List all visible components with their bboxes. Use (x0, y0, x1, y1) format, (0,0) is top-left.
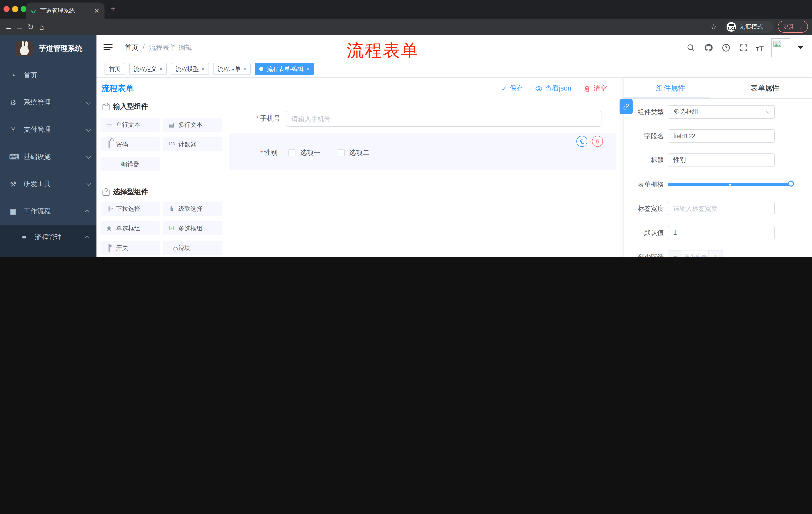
view-tab-process-model[interactable]: 流程模型 × (171, 63, 209, 75)
gender-option2-checkbox[interactable] (338, 150, 345, 156)
gender-option1-label[interactable]: 选项一 (300, 148, 321, 157)
bookmark-star-icon[interactable]: ☆ (710, 23, 717, 31)
palette-item-counter[interactable]: 123计数器 (163, 137, 222, 152)
reload-icon[interactable]: ↻ (25, 22, 36, 31)
logo-avatar (16, 41, 33, 56)
collapse-sidebar-icon[interactable] (104, 44, 113, 51)
sidebar-item-process-form[interactable]: ✎ 流程表单 (0, 250, 96, 257)
form-grid-slider[interactable] (668, 178, 792, 191)
switch-icon (106, 245, 113, 251)
palette-item-cascader[interactable]: ⋔级联选择 (163, 202, 222, 216)
breadcrumb: 首页 / 流程表单-编辑 (125, 43, 192, 52)
min-select-input[interactable] (683, 250, 708, 257)
link-icon (622, 103, 630, 110)
search-icon[interactable] (686, 43, 696, 53)
textarea-icon: ▤ (168, 122, 175, 128)
palette-item-slider[interactable]: 滑块 (163, 241, 222, 255)
update-label: 更新 (783, 22, 795, 31)
palette-item-single-text[interactable]: ▭单行文本 (100, 118, 160, 132)
sidebar-item-payment[interactable]: ¥ 支付管理 (0, 116, 96, 143)
tab-form-props[interactable]: 表单属性 (718, 78, 812, 99)
page-title: 流程表单 (102, 83, 134, 94)
gender-option2-label[interactable]: 选项二 (349, 148, 370, 157)
incognito-label: 无痕模式 (739, 22, 763, 31)
help-icon[interactable] (721, 43, 731, 53)
breadcrumb-current: 流程表单-编辑 (149, 43, 192, 52)
component-type-select[interactable]: 多选框组 (668, 105, 775, 119)
browser-menu-icon[interactable]: ⋮ (798, 23, 803, 30)
palette-item-editor[interactable]: 编辑器 (100, 157, 160, 171)
gender-field-row: * 性别 选项一 选项二 (260, 148, 370, 157)
tab-close-icon[interactable]: ✕ (93, 7, 100, 14)
palette-item-multi-text[interactable]: ▤多行文本 (163, 118, 222, 132)
phone-input[interactable] (286, 111, 602, 127)
close-icon[interactable]: × (201, 66, 204, 72)
view-tab-process-definition[interactable]: 流程定义 × (129, 63, 167, 75)
label-width-input[interactable] (668, 202, 775, 215)
eye-icon (535, 85, 543, 92)
breadcrumb-home[interactable]: 首页 (125, 43, 138, 52)
sidebar-item-process-manage[interactable]: ≡ 流程管理 (0, 225, 96, 250)
fullscreen-icon[interactable] (738, 43, 749, 53)
save-button[interactable]: ✓ 保存 (501, 84, 523, 93)
sidebar: 芋道管理系统 ◔ 首页 ⚙ 系统管理 ¥ 支付管理 ⌨ 基础设施 ⚒ 研发工具 … (0, 35, 96, 257)
chevron-down-icon (86, 154, 91, 159)
browser-tab[interactable]: 芋道管理系统 ✕ (26, 2, 105, 19)
close-icon[interactable]: × (159, 66, 163, 72)
phone-field-row[interactable]: *手机号 (227, 111, 623, 127)
window-close-button[interactable] (3, 6, 9, 12)
view-tab-process-form-edit[interactable]: 流程表单-编辑 × (255, 63, 314, 75)
palette-item-checkbox-group[interactable]: ☑多选框组 (163, 221, 222, 235)
workflow-icon: ▣ (9, 207, 17, 215)
slider-mark (729, 184, 731, 185)
font-size-icon[interactable]: TT (756, 44, 764, 52)
plus-icon[interactable]: + (708, 250, 723, 257)
new-tab-button[interactable]: + (111, 4, 116, 14)
cascader-icon: ⋔ (168, 206, 175, 212)
back-icon[interactable]: ← (3, 23, 14, 31)
forward-icon[interactable]: → (14, 23, 25, 31)
sidebar-item-workflow[interactable]: ▣ 工作流程 (0, 198, 96, 225)
process-manage-icon: ≡ (20, 233, 28, 241)
selected-component-block[interactable]: * 性别 选项一 选项二 (229, 133, 616, 170)
tab-component-props[interactable]: 组件属性 (624, 78, 718, 99)
form-grid-row: 表单栅格 (624, 178, 812, 191)
minus-icon[interactable]: − (668, 250, 683, 257)
sidebar-item-devtools[interactable]: ⚒ 研发工具 (0, 170, 96, 198)
title-input[interactable] (668, 154, 775, 167)
avatar[interactable] (771, 38, 790, 57)
workflow-submenu: ≡ 流程管理 ✎ 流程表单 ☻ 用户分组 ✈ 流程模型 ⋔ 任务管理 (0, 225, 96, 257)
sidebar-item-home[interactable]: ◔ 首页 (0, 62, 96, 89)
property-panel-tabs: 组件属性 表单属性 (624, 78, 812, 99)
palette-item-switch[interactable]: 开关 (100, 241, 160, 255)
view-tab-process-form[interactable]: 流程表单 × (213, 63, 251, 75)
view-json-button[interactable]: 查看json (535, 84, 571, 93)
browser-tab-title: 芋道管理系统 (40, 7, 93, 14)
puzzle-icon (103, 103, 110, 110)
delete-component-button[interactable] (592, 136, 603, 147)
panel-affix-toggle[interactable] (619, 99, 633, 114)
palette-item-radio-group[interactable]: ◉单选框组 (100, 221, 160, 235)
window-zoom-button[interactable] (21, 6, 27, 12)
gender-option1-checkbox[interactable] (289, 150, 296, 156)
window-minimize-button[interactable] (12, 6, 18, 12)
palette-item-select[interactable]: 下拉选择 (100, 202, 160, 216)
sidebar-item-system[interactable]: ⚙ 系统管理 (0, 89, 96, 116)
home-icon[interactable]: ⌂ (36, 23, 47, 31)
close-icon[interactable]: × (306, 66, 309, 72)
field-name-input[interactable] (668, 129, 775, 143)
view-tab-home[interactable]: 首页 (105, 63, 125, 75)
required-asterisk: * (260, 149, 263, 157)
clear-button[interactable]: 清空 (583, 84, 607, 93)
avatar-dropdown-caret-icon[interactable] (798, 46, 803, 49)
github-icon[interactable] (703, 43, 713, 53)
default-value-input[interactable] (668, 226, 775, 239)
browser-toolbar: ← → ↻ ⌂ (0, 19, 812, 35)
slider-handle[interactable] (788, 180, 794, 186)
sidebar-item-infrastructure[interactable]: ⌨ 基础设施 (0, 143, 96, 170)
palette-item-password[interactable]: 密码 (100, 137, 160, 152)
update-button[interactable]: 更新 ⋮ (778, 21, 808, 33)
close-icon[interactable]: × (243, 66, 246, 72)
copy-component-button[interactable] (576, 136, 587, 147)
counter-icon: 123 (168, 142, 175, 146)
